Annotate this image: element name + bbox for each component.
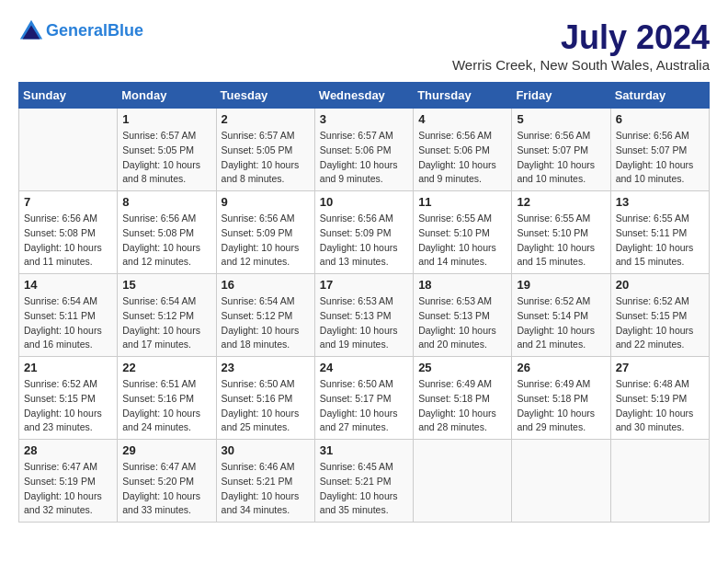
page-header: GeneralBlue July 2024 Werris Creek, New … — [18, 18, 710, 73]
day-info: Sunrise: 6:55 AMSunset: 5:10 PMDaylight:… — [517, 212, 605, 270]
day-number: 28 — [24, 443, 112, 457]
day-number: 18 — [418, 278, 506, 292]
day-number: 24 — [320, 361, 408, 374]
location: Werris Creek, New South Wales, Australia — [452, 57, 710, 73]
day-cell: 28Sunrise: 6:47 AMSunset: 5:19 PMDayligh… — [19, 440, 118, 523]
column-header-monday: Monday — [118, 83, 216, 109]
calendar-table: SundayMondayTuesdayWednesdayThursdayFrid… — [18, 82, 710, 523]
day-number: 14 — [24, 278, 112, 292]
column-header-friday: Friday — [512, 83, 610, 109]
day-number: 31 — [320, 443, 408, 457]
day-number: 20 — [616, 278, 704, 292]
day-number: 11 — [418, 195, 506, 209]
day-cell: 26Sunrise: 6:49 AMSunset: 5:18 PMDayligh… — [512, 357, 610, 440]
day-info: Sunrise: 6:52 AMSunset: 5:15 PMDaylight:… — [24, 377, 112, 435]
day-number: 9 — [222, 195, 310, 209]
day-info: Sunrise: 6:56 AMSunset: 5:09 PMDaylight:… — [320, 212, 408, 270]
day-cell: 19Sunrise: 6:52 AMSunset: 5:14 PMDayligh… — [512, 274, 610, 357]
day-cell: 30Sunrise: 6:46 AMSunset: 5:21 PMDayligh… — [216, 440, 314, 523]
logo-icon — [18, 18, 44, 44]
day-info: Sunrise: 6:45 AMSunset: 5:21 PMDaylight:… — [320, 460, 408, 518]
day-cell: 20Sunrise: 6:52 AMSunset: 5:15 PMDayligh… — [610, 274, 709, 357]
day-cell: 12Sunrise: 6:55 AMSunset: 5:10 PMDayligh… — [512, 191, 610, 274]
day-info: Sunrise: 6:52 AMSunset: 5:15 PMDaylight:… — [616, 294, 704, 352]
day-number: 26 — [517, 361, 605, 374]
day-cell: 11Sunrise: 6:55 AMSunset: 5:10 PMDayligh… — [414, 191, 512, 274]
day-cell: 23Sunrise: 6:50 AMSunset: 5:16 PMDayligh… — [216, 357, 314, 440]
logo-line2: Blue — [108, 21, 143, 40]
column-header-sunday: Sunday — [19, 83, 118, 109]
day-cell: 14Sunrise: 6:54 AMSunset: 5:11 PMDayligh… — [19, 274, 118, 357]
day-number: 30 — [222, 443, 310, 457]
day-cell: 24Sunrise: 6:50 AMSunset: 5:17 PMDayligh… — [314, 357, 413, 440]
day-number: 2 — [222, 112, 310, 126]
month-title: July 2024 — [452, 18, 710, 57]
day-number: 8 — [122, 195, 210, 209]
day-cell: 16Sunrise: 6:54 AMSunset: 5:12 PMDayligh… — [216, 274, 314, 357]
day-number: 21 — [24, 361, 112, 374]
day-number: 17 — [320, 278, 408, 292]
week-row-2: 7Sunrise: 6:56 AMSunset: 5:08 PMDaylight… — [19, 191, 710, 274]
day-number: 5 — [517, 112, 605, 126]
day-info: Sunrise: 6:49 AMSunset: 5:18 PMDaylight:… — [517, 377, 605, 435]
day-info: Sunrise: 6:56 AMSunset: 5:07 PMDaylight:… — [517, 129, 605, 187]
logo-text: GeneralBlue — [46, 22, 143, 40]
day-number: 29 — [122, 443, 210, 457]
day-number: 15 — [122, 278, 210, 292]
logo-line1: General — [46, 21, 108, 40]
week-row-1: 1Sunrise: 6:57 AMSunset: 5:05 PMDaylight… — [19, 109, 710, 191]
day-info: Sunrise: 6:56 AMSunset: 5:08 PMDaylight:… — [24, 212, 112, 270]
day-cell: 15Sunrise: 6:54 AMSunset: 5:12 PMDayligh… — [118, 274, 216, 357]
day-cell: 8Sunrise: 6:56 AMSunset: 5:08 PMDaylight… — [118, 191, 216, 274]
day-cell: 13Sunrise: 6:55 AMSunset: 5:11 PMDayligh… — [610, 191, 709, 274]
day-number: 22 — [122, 361, 210, 374]
day-info: Sunrise: 6:54 AMSunset: 5:11 PMDaylight:… — [24, 294, 112, 352]
day-cell: 1Sunrise: 6:57 AMSunset: 5:05 PMDaylight… — [118, 109, 216, 191]
title-block: July 2024 Werris Creek, New South Wales,… — [452, 18, 710, 73]
day-cell: 6Sunrise: 6:56 AMSunset: 5:07 PMDaylight… — [610, 109, 709, 191]
day-info: Sunrise: 6:46 AMSunset: 5:21 PMDaylight:… — [222, 460, 310, 518]
day-number: 1 — [122, 112, 210, 126]
day-info: Sunrise: 6:55 AMSunset: 5:10 PMDaylight:… — [418, 212, 506, 270]
day-info: Sunrise: 6:54 AMSunset: 5:12 PMDaylight:… — [222, 294, 310, 352]
day-cell: 3Sunrise: 6:57 AMSunset: 5:06 PMDaylight… — [314, 109, 413, 191]
day-info: Sunrise: 6:54 AMSunset: 5:12 PMDaylight:… — [122, 294, 210, 352]
day-cell: 7Sunrise: 6:56 AMSunset: 5:08 PMDaylight… — [19, 191, 118, 274]
day-number: 4 — [418, 112, 506, 126]
day-cell: 29Sunrise: 6:47 AMSunset: 5:20 PMDayligh… — [118, 440, 216, 523]
day-number: 6 — [616, 112, 704, 126]
day-cell — [610, 440, 709, 523]
day-cell: 2Sunrise: 6:57 AMSunset: 5:05 PMDaylight… — [216, 109, 314, 191]
column-header-wednesday: Wednesday — [314, 83, 413, 109]
day-number: 7 — [24, 195, 112, 209]
day-info: Sunrise: 6:52 AMSunset: 5:14 PMDaylight:… — [517, 294, 605, 352]
day-cell — [512, 440, 610, 523]
day-cell: 21Sunrise: 6:52 AMSunset: 5:15 PMDayligh… — [19, 357, 118, 440]
day-cell — [414, 440, 512, 523]
day-info: Sunrise: 6:53 AMSunset: 5:13 PMDaylight:… — [320, 294, 408, 352]
day-cell: 22Sunrise: 6:51 AMSunset: 5:16 PMDayligh… — [118, 357, 216, 440]
day-number: 19 — [517, 278, 605, 292]
day-info: Sunrise: 6:50 AMSunset: 5:17 PMDaylight:… — [320, 377, 408, 435]
day-cell: 27Sunrise: 6:48 AMSunset: 5:19 PMDayligh… — [610, 357, 709, 440]
day-info: Sunrise: 6:49 AMSunset: 5:18 PMDaylight:… — [418, 377, 506, 435]
day-cell: 31Sunrise: 6:45 AMSunset: 5:21 PMDayligh… — [314, 440, 413, 523]
day-info: Sunrise: 6:56 AMSunset: 5:08 PMDaylight:… — [122, 212, 210, 270]
day-number: 27 — [616, 361, 704, 374]
day-number: 3 — [320, 112, 408, 126]
day-info: Sunrise: 6:57 AMSunset: 5:05 PMDaylight:… — [122, 129, 210, 187]
column-header-thursday: Thursday — [414, 83, 512, 109]
day-cell: 25Sunrise: 6:49 AMSunset: 5:18 PMDayligh… — [414, 357, 512, 440]
day-info: Sunrise: 6:57 AMSunset: 5:05 PMDaylight:… — [222, 129, 310, 187]
day-number: 10 — [320, 195, 408, 209]
day-info: Sunrise: 6:55 AMSunset: 5:11 PMDaylight:… — [616, 212, 704, 270]
day-info: Sunrise: 6:56 AMSunset: 5:09 PMDaylight:… — [222, 212, 310, 270]
week-row-5: 28Sunrise: 6:47 AMSunset: 5:19 PMDayligh… — [19, 440, 710, 523]
logo: GeneralBlue — [18, 18, 143, 44]
day-number: 16 — [222, 278, 310, 292]
day-info: Sunrise: 6:53 AMSunset: 5:13 PMDaylight:… — [418, 294, 506, 352]
day-info: Sunrise: 6:50 AMSunset: 5:16 PMDaylight:… — [222, 377, 310, 435]
day-cell: 10Sunrise: 6:56 AMSunset: 5:09 PMDayligh… — [314, 191, 413, 274]
day-info: Sunrise: 6:48 AMSunset: 5:19 PMDaylight:… — [616, 377, 704, 435]
day-cell: 18Sunrise: 6:53 AMSunset: 5:13 PMDayligh… — [414, 274, 512, 357]
